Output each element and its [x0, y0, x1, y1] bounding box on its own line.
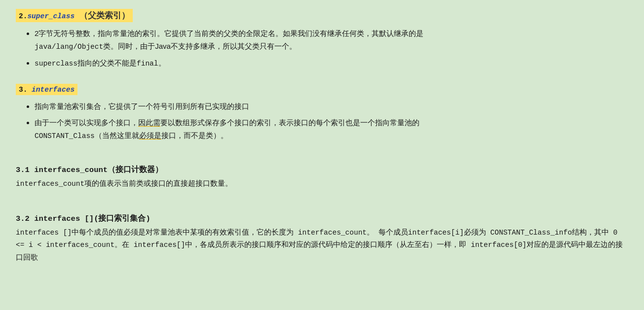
subsection-interfaces-array: 3.2 interfaces [](接口索引集合) interfaces []中…: [16, 213, 628, 264]
subsection-heading-text: 3.1 interfaces_count（接口计数器）: [16, 166, 163, 174]
divider-1: [16, 79, 628, 84]
heading-prefix-2: 2.: [19, 12, 27, 20]
section-heading-interfaces: 3. interfaces: [16, 84, 77, 95]
bullet-list-super-class: 2字节无符号整数，指向常量池的索引。它提供了当前类的父类的全限定名。如果我们没有…: [16, 27, 628, 70]
heading-keyword-super-class: super_class: [27, 12, 75, 20]
text: 由于一个类可以实现多个接口，因此需要以数组形式保存多个接口的索引，表示接口的每个…: [35, 118, 419, 139]
subsection-heading-text: 3.2 interfaces [](接口索引集合): [16, 214, 151, 223]
subsection-interfaces-count: 3.1 interfaces_count（接口计数器） interfaces_c…: [16, 165, 628, 190]
subsection-heading-interfaces-array: 3.2 interfaces [](接口索引集合): [16, 213, 628, 224]
subsection-heading-interfaces-count: 3.1 interfaces_count（接口计数器）: [16, 165, 628, 175]
list-item: 指向常量池索引集合，它提供了一个符号引用到所有已实现的接口: [35, 100, 628, 113]
heading-label-super-class: （父类索引）: [79, 11, 130, 21]
heading-keyword-interfaces: interfaces: [32, 86, 75, 94]
section-heading-super-class: 2.super_class （父类索引）: [16, 9, 133, 22]
subsection-paragraph-interfaces-array: interfaces []中每个成员的值必须是对常量池表中某项的有效索引值，它的…: [16, 227, 628, 264]
paragraph-text: interfaces_count项的值表示当前类或接口的直接超接口数量。: [16, 180, 232, 188]
subsection-paragraph-interfaces-count: interfaces_count项的值表示当前类或接口的直接超接口数量。: [16, 178, 628, 190]
text: superclass指向的父类不能是final。: [35, 59, 166, 67]
text: 2字节无符号整数，指向常量池的索引。它提供了当前类的父类的全限定名。如果我们没有…: [35, 29, 423, 50]
bullet-list-interfaces: 指向常量池索引集合，它提供了一个符号引用到所有已实现的接口 由于一个类可以实现多…: [16, 100, 628, 142]
list-item: 2字节无符号整数，指向常量池的索引。它提供了当前类的父类的全限定名。如果我们没有…: [35, 27, 628, 53]
heading-prefix-3: 3.: [19, 86, 32, 94]
section-interfaces: 3. interfaces 指向常量池索引集合，它提供了一个符号引用到所有已实现…: [16, 84, 628, 142]
divider-3: [16, 200, 628, 205]
list-item: superclass指向的父类不能是final。: [35, 57, 628, 70]
paragraph-text: interfaces []中每个成员的值必须是对常量池表中某项的有效索引值，它的…: [16, 229, 623, 262]
section-super-class: 2.super_class （父类索引） 2字节无符号整数，指向常量池的索引。它…: [16, 9, 628, 70]
list-item: 由于一个类可以实现多个接口，因此需要以数组形式保存多个接口的索引，表示接口的每个…: [35, 116, 628, 142]
text: 指向常量池索引集合，它提供了一个符号引用到所有已实现的接口: [35, 102, 249, 110]
divider-2: [16, 151, 628, 156]
page-container: 2.super_class （父类索引） 2字节无符号整数，指向常量池的索引。它…: [0, 0, 644, 282]
